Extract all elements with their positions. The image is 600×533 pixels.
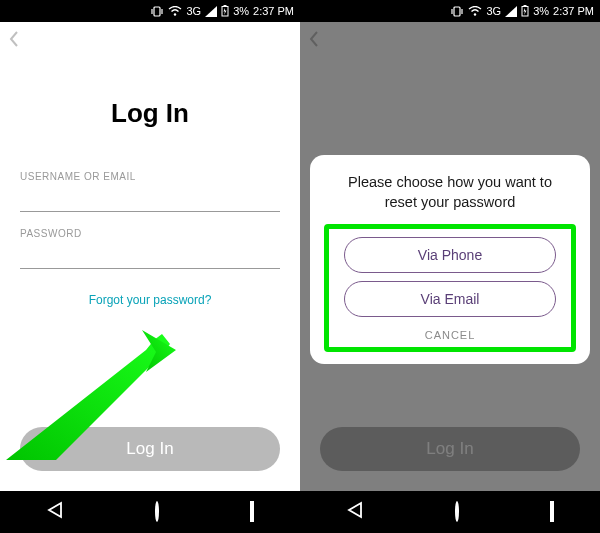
svg-marker-19 (349, 503, 361, 517)
nav-home-icon[interactable] (455, 503, 459, 521)
svg-point-3 (174, 13, 176, 15)
annotation-highlight-box: Via Phone Via Email CANCEL (324, 224, 576, 352)
clock-text: 2:37 PM (553, 5, 594, 17)
vibrate-icon (450, 6, 464, 17)
svg-marker-15 (505, 6, 517, 17)
android-navbar (0, 491, 300, 533)
nav-home-icon[interactable] (155, 503, 159, 521)
clock-text: 2:37 PM (253, 5, 294, 17)
svg-marker-9 (142, 330, 176, 372)
svg-marker-7 (224, 8, 227, 15)
login-button-label: Log In (126, 439, 173, 459)
status-bar: 3G 3% 2:37 PM (0, 0, 300, 22)
forgot-password-link[interactable]: Forgot your password? (0, 293, 300, 307)
signal-icon (205, 6, 217, 17)
android-navbar (300, 491, 600, 533)
page-title: Log In (0, 98, 300, 129)
screenshot-right: 3G 3% 2:37 PM Log In Please choose how y… (300, 0, 600, 533)
network-label: 3G (486, 5, 501, 17)
battery-icon (221, 5, 229, 17)
modal-prompt: Please choose how you want to reset your… (324, 173, 576, 212)
username-input[interactable] (20, 184, 280, 212)
svg-rect-17 (524, 5, 527, 7)
svg-marker-10 (49, 503, 61, 517)
reset-via-phone-button[interactable]: Via Phone (344, 237, 556, 273)
battery-text: 3% (533, 5, 549, 17)
login-content: Log In USERNAME OR EMAIL PASSWORD Forgot… (0, 22, 300, 491)
signal-icon (505, 6, 517, 17)
login-button[interactable]: Log In (20, 427, 280, 471)
svg-point-14 (474, 13, 476, 15)
nav-recent-icon[interactable] (250, 503, 254, 521)
svg-rect-11 (454, 7, 460, 16)
reset-via-email-label: Via Email (421, 291, 480, 307)
username-label: USERNAME OR EMAIL (20, 171, 280, 182)
nav-back-icon[interactable] (346, 501, 364, 523)
back-icon[interactable] (8, 30, 20, 53)
status-bar: 3G 3% 2:37 PM (300, 0, 600, 22)
reset-via-email-button[interactable]: Via Email (344, 281, 556, 317)
wifi-icon (468, 6, 482, 17)
battery-icon (521, 5, 529, 17)
nav-back-icon[interactable] (46, 501, 64, 523)
reset-via-phone-label: Via Phone (418, 247, 482, 263)
reset-password-modal: Please choose how you want to reset your… (310, 155, 590, 364)
svg-rect-0 (154, 7, 160, 16)
svg-marker-18 (524, 8, 527, 15)
wifi-icon (168, 6, 182, 17)
screenshot-left: 3G 3% 2:37 PM Log In USERNAME OR EMAIL P… (0, 0, 300, 533)
network-label: 3G (186, 5, 201, 17)
svg-rect-6 (224, 5, 227, 7)
vibrate-icon (150, 6, 164, 17)
cancel-button[interactable]: CANCEL (425, 329, 476, 341)
password-input[interactable] (20, 241, 280, 269)
password-label: PASSWORD (20, 228, 280, 239)
battery-text: 3% (233, 5, 249, 17)
nav-recent-icon[interactable] (550, 503, 554, 521)
svg-marker-4 (205, 6, 217, 17)
